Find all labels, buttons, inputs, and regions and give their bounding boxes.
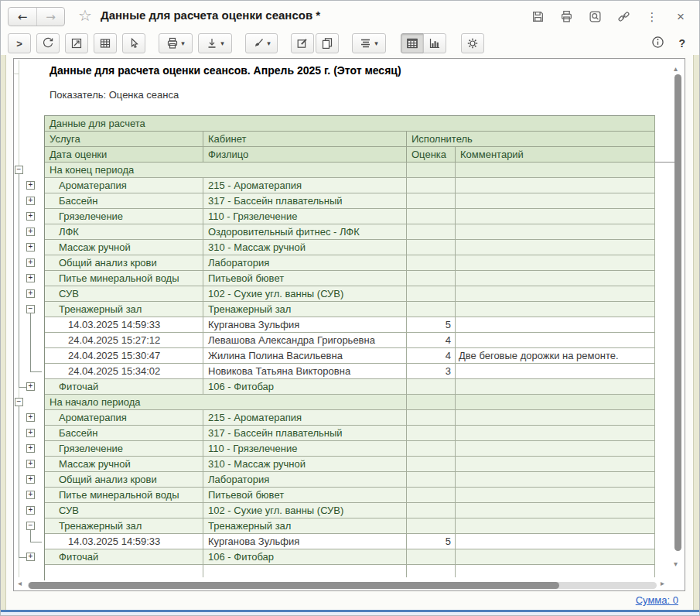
grid-cell[interactable] [456, 457, 655, 472]
grid-cell[interactable] [456, 472, 655, 488]
grid-cell[interactable]: Курганова Зульфия [203, 317, 407, 333]
grid-cell[interactable]: 4 [407, 348, 456, 364]
collapse-toggle[interactable]: − [15, 166, 23, 174]
grid-cell[interactable] [407, 410, 456, 426]
grid-cell[interactable]: На конец периода [45, 163, 407, 178]
grid-cell[interactable] [407, 209, 456, 224]
grid-cell[interactable]: Тренажерный зал [203, 518, 407, 534]
table-settings-button[interactable] [94, 33, 117, 53]
link-icon[interactable] [616, 9, 631, 24]
grid-cell[interactable]: Лаборатория [203, 472, 407, 488]
grid-cell[interactable] [456, 379, 655, 395]
grid-cell[interactable] [45, 565, 203, 577]
grid-cell[interactable]: 106 - Фитобар [203, 549, 407, 565]
collapse-toggle[interactable]: − [26, 305, 35, 313]
forward-button[interactable]: → [36, 8, 64, 26]
grid-cell[interactable] [407, 518, 456, 534]
expand-toggle[interactable]: + [26, 460, 35, 468]
pointer-mode-button[interactable] [122, 33, 145, 53]
group-row[interactable]: На конец периода [45, 163, 655, 178]
service-row[interactable]: Питье минеральной водыПитьевой бювет [45, 488, 655, 503]
grid-cell[interactable]: 102 - Сухие угл. ванны (СУВ) [203, 286, 407, 302]
grid-cell[interactable]: Питье минеральной воды [45, 271, 203, 286]
grid-cell[interactable] [456, 302, 655, 317]
service-row[interactable]: Общий анализ кровиЛаборатория [45, 255, 655, 271]
grid-cell[interactable]: Фиточай [45, 549, 203, 565]
grid-cell[interactable]: 110 - Грязелечение [203, 441, 407, 457]
grid-cell[interactable]: 110 - Грязелечение [203, 209, 407, 224]
grid-cell[interactable]: Питьевой бювет [203, 271, 407, 286]
preview-icon[interactable] [587, 9, 603, 24]
grid-cell[interactable] [456, 163, 655, 178]
grouping-button[interactable]: ▾ [352, 33, 386, 53]
service-row[interactable]: Фиточай106 - Фитобар [45, 549, 655, 565]
grid-cell[interactable] [456, 426, 655, 441]
grid-cell[interactable] [456, 549, 655, 565]
service-row[interactable]: Питье минеральной водыПитьевой бювет [45, 271, 655, 286]
service-row[interactable]: Тренажерный залТренажерный зал [45, 302, 655, 317]
grid-cell[interactable]: Тренажерный зал [45, 518, 203, 534]
grid-cell[interactable] [407, 163, 456, 178]
expand-toggle[interactable]: + [26, 429, 35, 437]
grid-cell[interactable]: 215 - Ароматерапия [203, 410, 407, 426]
grid-cell[interactable] [407, 441, 456, 457]
service-row[interactable]: СУВ102 - Сухие угл. ванны (СУВ) [45, 503, 655, 518]
grid-cell[interactable] [407, 286, 456, 302]
grid-cell[interactable] [407, 457, 456, 472]
collapse-toggle[interactable]: − [26, 522, 35, 530]
grid-cell[interactable]: ЛФК [45, 224, 203, 240]
back-button[interactable]: ← [9, 8, 36, 26]
grid-cell[interactable] [203, 565, 407, 577]
grid-cell[interactable]: Бассейн [45, 193, 203, 209]
grid-cell[interactable] [456, 441, 655, 457]
grid-cell[interactable] [456, 410, 655, 426]
run-report-button[interactable]: > [8, 33, 31, 53]
horizontal-scrollbar-thumb[interactable] [29, 582, 559, 589]
grid-cell[interactable]: 24.04.2025 15:34:02 [45, 364, 203, 379]
grid-cell[interactable]: Питье минеральной воды [45, 488, 203, 503]
expand-toggle[interactable]: + [26, 444, 35, 453]
grid-cell[interactable]: Новикова Татьяна Викторовна [203, 364, 407, 379]
expand-toggle[interactable]: + [26, 212, 35, 221]
grid-cell[interactable]: Бассейн [45, 426, 203, 441]
grid-cell[interactable] [456, 240, 655, 255]
expand-toggle[interactable]: + [26, 491, 35, 499]
grid-cell[interactable] [456, 364, 655, 379]
grid-cell[interactable]: 14.03.2025 14:59:33 [45, 317, 203, 333]
grid-cell[interactable]: Курганова Зульфия [203, 534, 407, 549]
grid-cell[interactable] [456, 224, 655, 240]
grid-cell[interactable]: 24.04.2025 15:27:12 [45, 333, 203, 348]
grid-cell[interactable] [456, 271, 655, 286]
grid-cell[interactable]: 317 - Бассейн плавательный [203, 193, 407, 209]
grid-cell[interactable] [456, 534, 655, 549]
grid-cell[interactable] [407, 178, 456, 193]
grid-cell[interactable]: Оздоровительный фитнес - ЛФК [203, 224, 407, 240]
grid-cell[interactable]: 24.04.2025 15:30:47 [45, 348, 203, 364]
expand-toggle[interactable]: + [26, 382, 35, 391]
grid-cell[interactable] [456, 488, 655, 503]
service-row[interactable]: Бассейн317 - Бассейн плавательный [45, 193, 655, 209]
grid-cell[interactable]: Тренажерный зал [45, 302, 203, 317]
grid-cell[interactable] [407, 193, 456, 209]
expand-toggle[interactable]: + [26, 413, 35, 422]
grid-cell[interactable] [456, 209, 655, 224]
grid-cell[interactable] [407, 240, 456, 255]
scroll-down-icon[interactable]: ▾ [674, 560, 678, 568]
service-row[interactable]: Фиточай106 - Фитобар [45, 379, 655, 395]
info-button[interactable] [651, 36, 664, 51]
service-row[interactable]: Тренажерный залТренажерный зал [45, 518, 655, 534]
service-row[interactable]: СУВ102 - Сухие угл. ванны (СУВ) [45, 286, 655, 302]
grid-cell[interactable] [456, 255, 655, 271]
vertical-scrollbar-thumb[interactable] [674, 74, 681, 551]
grid-cell[interactable]: СУВ [45, 286, 203, 302]
grid-cell[interactable]: 317 - Бассейн плавательный [203, 426, 407, 441]
detail-row[interactable]: 14.03.2025 14:59:33Курганова Зульфия5 [45, 534, 655, 549]
detail-row[interactable]: 24.04.2025 15:27:12Левашова Александра Г… [45, 333, 655, 348]
sum-link[interactable]: Сумма: 0 [636, 594, 678, 606]
grid-cell[interactable]: 310 - Массаж ручной [203, 240, 407, 255]
grid-cell[interactable]: Левашова Александра Григорьевна [203, 333, 407, 348]
grid-cell[interactable]: Грязелечение [45, 209, 203, 224]
service-row[interactable]: Бассейн317 - Бассейн плавательный [45, 426, 655, 441]
edit-button[interactable] [291, 33, 314, 53]
grid-cell[interactable]: 5 [407, 317, 456, 333]
